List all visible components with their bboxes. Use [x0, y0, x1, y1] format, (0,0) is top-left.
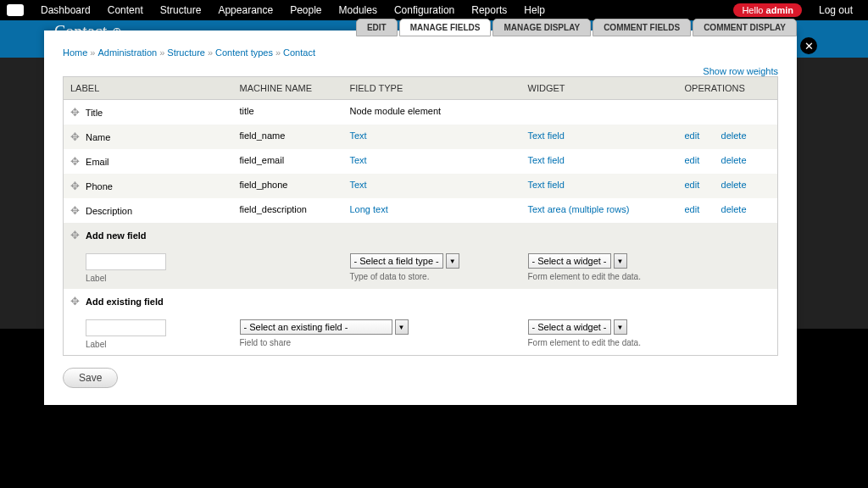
existing-field-select[interactable]: - Select an existing field - [240, 319, 392, 335]
primary-tabs: EDITMANAGE FIELDSMANAGE DISPLAYCOMMENT F… [356, 19, 797, 36]
breadcrumb: Home»Administration»Structure»Content ty… [63, 47, 778, 58]
drag-handle-icon[interactable]: ✥ [70, 229, 83, 241]
edit-link[interactable]: edit [685, 155, 719, 165]
delete-link[interactable]: delete [721, 204, 747, 214]
field-widget-link[interactable]: Text field [528, 180, 565, 190]
toolbar-item-appearance[interactable]: Appearance [209, 4, 281, 16]
drag-handle-icon[interactable]: ✥ [70, 295, 83, 308]
toolbar-left: DashboardContentStructureAppearancePeopl… [7, 4, 554, 16]
breadcrumb-link[interactable]: Home [63, 47, 87, 58]
breadcrumb-link[interactable]: Structure [167, 47, 205, 58]
chevron-down-icon[interactable]: ▼ [614, 253, 627, 269]
new-field-type-help: Type of data to store. [350, 272, 515, 281]
close-icon[interactable]: ✕ [800, 37, 817, 54]
field-widget-link[interactable]: Text area (multiple rows) [528, 204, 630, 214]
table-row: ✥ Emailfield_emailTextText fieldedit del… [64, 149, 778, 174]
th-label: LABEL [64, 77, 233, 100]
tab-comment-display[interactable]: COMMENT DISPLAY [693, 19, 797, 36]
delete-link[interactable]: delete [721, 155, 747, 165]
table-row: ✥ TitletitleNode module element [64, 100, 778, 125]
hello-badge[interactable]: Hello admin [733, 3, 802, 17]
add-new-heading: Add new field [86, 230, 147, 241]
drag-handle-icon[interactable]: ✥ [70, 130, 83, 143]
overlay-panel: Home»Administration»Structure»Content ty… [44, 30, 797, 405]
toolbar-item-modules[interactable]: Modules [331, 4, 386, 16]
drag-handle-icon[interactable]: ✥ [70, 180, 83, 192]
fields-table: LABEL MACHINE NAME FIELD TYPE WIDGET OPE… [63, 76, 778, 356]
field-type: Node module element [343, 100, 521, 125]
edit-link[interactable]: edit [685, 180, 719, 190]
th-machine: MACHINE NAME [233, 77, 343, 100]
tab-manage-display[interactable]: MANAGE DISPLAY [492, 19, 591, 36]
field-machine: field_phone [233, 174, 343, 198]
field-label: Email [86, 157, 109, 167]
field-label: Title [86, 108, 103, 118]
tab-comment-fields[interactable]: COMMENT FIELDS [593, 19, 691, 36]
existing-widget-select[interactable]: - Select a widget - [528, 319, 611, 335]
breadcrumb-sep: » [273, 47, 283, 58]
new-field-widget-help: Form element to edit the data. [528, 272, 671, 281]
field-type-link[interactable]: Text [350, 180, 367, 190]
existing-field-label-help: Label [86, 340, 226, 349]
existing-widget-help: Form element to edit the data. [528, 338, 671, 347]
breadcrumb-sep: » [87, 47, 97, 58]
field-machine: field_name [233, 125, 343, 149]
new-field-type-select[interactable]: - Select a field type - [350, 253, 443, 269]
field-type-link[interactable]: Text [350, 155, 367, 165]
add-existing-heading: Add existing field [86, 297, 164, 307]
table-row: ✥ Namefield_nameTextText fieldedit delet… [64, 125, 778, 149]
tab-edit[interactable]: EDIT [356, 19, 398, 36]
admin-toolbar: DashboardContentStructureAppearancePeopl… [0, 0, 868, 20]
chevron-down-icon[interactable]: ▼ [614, 319, 627, 335]
save-button[interactable]: Save [63, 368, 118, 388]
field-machine: field_description [233, 198, 343, 223]
logout-link[interactable]: Log out [810, 4, 861, 16]
existing-field-help: Field to share [240, 338, 515, 347]
home-icon[interactable] [7, 4, 24, 16]
breadcrumb-link[interactable]: Content types [215, 47, 273, 58]
edit-link[interactable]: edit [685, 130, 719, 141]
show-row-weights-link[interactable]: Show row weights [703, 66, 778, 76]
th-ops: OPERATIONS [678, 77, 778, 100]
field-widget-link[interactable]: Text field [528, 130, 565, 141]
new-field-label-input[interactable] [86, 253, 166, 270]
toolbar-item-content[interactable]: Content [99, 4, 152, 16]
tab-manage-fields[interactable]: MANAGE FIELDS [399, 19, 492, 36]
existing-field-label-input[interactable] [86, 319, 166, 336]
th-type: FIELD TYPE [343, 77, 521, 100]
chevron-down-icon[interactable]: ▼ [395, 319, 409, 335]
field-type-link[interactable]: Long text [350, 204, 388, 214]
new-field-widget-select[interactable]: - Select a widget - [528, 253, 611, 269]
chevron-down-icon[interactable]: ▼ [446, 253, 459, 269]
breadcrumb-sep: » [205, 47, 215, 58]
toolbar-item-configuration[interactable]: Configuration [386, 4, 463, 16]
toolbar-item-help[interactable]: Help [515, 4, 554, 16]
toolbar-right: Hello admin Log out [733, 3, 861, 17]
toolbar-item-structure[interactable]: Structure [152, 4, 210, 16]
field-label: Description [86, 206, 132, 216]
field-label: Phone [86, 181, 113, 191]
field-widget-link[interactable]: Text field [528, 155, 565, 165]
field-type-link[interactable]: Text [350, 130, 367, 141]
toolbar-item-dashboard[interactable]: Dashboard [32, 4, 99, 16]
drag-handle-icon[interactable]: ✥ [70, 204, 83, 217]
toolbar-item-people[interactable]: People [281, 4, 330, 16]
drag-handle-icon[interactable]: ✥ [70, 106, 83, 119]
field-machine: title [233, 100, 343, 125]
breadcrumb-link[interactable]: Administration [97, 47, 157, 58]
breadcrumb-sep: » [157, 47, 167, 58]
field-widget [521, 100, 678, 125]
field-label: Name [86, 132, 110, 142]
delete-link[interactable]: delete [721, 130, 747, 141]
delete-link[interactable]: delete [721, 180, 747, 190]
breadcrumb-link[interactable]: Contact [283, 47, 315, 58]
edit-link[interactable]: edit [685, 204, 719, 214]
field-machine: field_email [233, 149, 343, 174]
table-row: ✥ Phonefield_phoneTextText fieldedit del… [64, 174, 778, 198]
drag-handle-icon[interactable]: ✥ [70, 155, 83, 168]
th-widget: WIDGET [521, 77, 678, 100]
toolbar-item-reports[interactable]: Reports [463, 4, 515, 16]
new-field-label-help: Label [86, 274, 226, 283]
table-row: ✥ Descriptionfield_descriptionLong textT… [64, 198, 778, 223]
